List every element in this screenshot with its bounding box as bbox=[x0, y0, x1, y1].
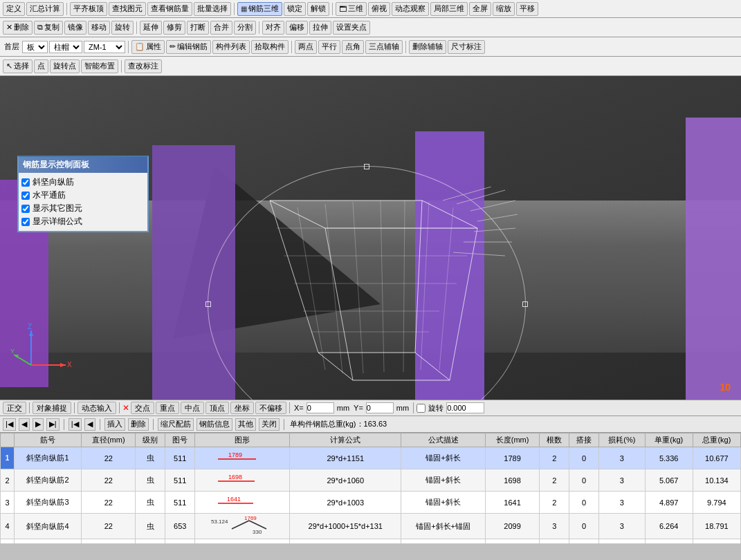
btn-move[interactable]: 移动 bbox=[88, 21, 110, 35]
btn-copy[interactable]: ⧉复制 bbox=[34, 21, 63, 35]
btn-del-row[interactable]: 删除 bbox=[128, 418, 149, 431]
table-row[interactable]: 2 斜坚向纵筋2 22 虫 511 1698 29*d+1060 锚固+斜长 1… bbox=[1, 469, 741, 492]
btn-others[interactable]: 其他 bbox=[235, 418, 256, 431]
btn-mirror[interactable]: 镜像 bbox=[64, 21, 86, 35]
checkbox-detail-formula[interactable]: 显示详细公式 bbox=[21, 215, 145, 228]
btn-define[interactable]: 定义 bbox=[3, 2, 25, 16]
nav-prev[interactable]: ◀ bbox=[19, 418, 30, 431]
rotate-checkbox[interactable] bbox=[417, 404, 426, 413]
rebar-fignum: 511 bbox=[165, 447, 195, 469]
checkbox-horiz[interactable]: 水平通筋 bbox=[21, 189, 145, 202]
table-row[interactable]: 1 斜坚向纵筋1 22 虫 511 1789 29*d+1151 锚固+斜长 1… bbox=[1, 447, 741, 469]
chk-detail-formula[interactable] bbox=[21, 218, 30, 226]
btn-three-point[interactable]: 三点辅轴 bbox=[365, 40, 403, 54]
btn-angle[interactable]: 点角 bbox=[342, 40, 364, 54]
btn-del-axis[interactable]: 删除辅轴 bbox=[409, 40, 446, 54]
handle-right[interactable] bbox=[522, 301, 528, 307]
rebar-fig-2: 1698 bbox=[195, 469, 290, 492]
nav-next[interactable]: ▶ bbox=[33, 418, 44, 431]
nav-first2[interactable]: |◀ bbox=[68, 418, 82, 431]
btn-check-dim[interactable]: 查改标注 bbox=[125, 59, 162, 73]
btn-find[interactable]: 查找图元 bbox=[109, 2, 146, 16]
handle-top[interactable] bbox=[364, 164, 369, 169]
btn-grip[interactable]: 设置夹点 bbox=[333, 21, 370, 35]
code-select[interactable]: ZM-1 bbox=[84, 41, 125, 53]
col-header-name: 筋号 bbox=[15, 433, 82, 447]
status-sep-3 bbox=[119, 402, 120, 413]
btn-no-offset[interactable]: 不偏移 bbox=[255, 402, 286, 414]
btn-member-list[interactable]: 构件列表 bbox=[212, 40, 250, 54]
btn-two-point[interactable]: 两点 bbox=[295, 40, 317, 54]
viewport-3d[interactable]: Z X Y 10 钢筋显示控制面板 斜坚向纵筋 水平通筋 显示其它图元 bbox=[0, 76, 741, 400]
btn-rotate-point[interactable]: 旋转点 bbox=[50, 59, 80, 73]
btn-offset[interactable]: 偏移 bbox=[286, 21, 308, 35]
btn-topview[interactable]: 俯视 bbox=[368, 2, 390, 16]
btn-osnap[interactable]: 对象捕捉 bbox=[33, 402, 71, 414]
rebar-name-4: 斜坚向纵筋4 bbox=[15, 514, 82, 539]
table-row[interactable]: 4 斜坚向纵筋4 22 虫 653 53.124 1769 330 29*d+1… bbox=[1, 514, 741, 539]
btn-smart-layout[interactable]: 智能布置 bbox=[81, 59, 118, 73]
btn-break[interactable]: 打断 bbox=[187, 21, 209, 35]
btn-delete[interactable]: ✕删除 bbox=[3, 21, 33, 35]
table-row[interactable]: 3 斜坚向纵筋3 22 虫 511 1641 29*d+1003 锚固+斜长 1… bbox=[1, 492, 741, 514]
col-select[interactable]: 柱帽 bbox=[49, 41, 82, 53]
chk-other-elem[interactable] bbox=[21, 205, 30, 213]
btn-align[interactable]: 对齐 bbox=[262, 21, 284, 35]
nav-last[interactable]: ▶| bbox=[46, 418, 60, 431]
btn-point[interactable]: 点 bbox=[34, 59, 48, 73]
btn-3d[interactable]: 🗔三维 bbox=[336, 2, 367, 16]
btn-extend[interactable]: 延伸 bbox=[140, 21, 162, 35]
btn-stretch[interactable]: 拉伸 bbox=[309, 21, 331, 35]
nav-prev2[interactable]: ◀ bbox=[84, 418, 95, 431]
btn-dimension[interactable]: 尺寸标注 bbox=[448, 40, 485, 54]
btn-unlock[interactable]: 解锁 bbox=[307, 2, 329, 16]
btn-insert[interactable]: 插入 bbox=[104, 418, 125, 431]
btn-edit-rebar[interactable]: ✏编辑钢筋 bbox=[166, 40, 211, 54]
btn-dynin[interactable]: 动态输入 bbox=[77, 402, 116, 414]
btn-calc[interactable]: 汇总计算 bbox=[26, 2, 64, 16]
btn-close[interactable]: 关闭 bbox=[259, 418, 280, 431]
svg-text:X: X bbox=[67, 361, 72, 368]
btn-select[interactable]: ↖选择 bbox=[3, 59, 33, 73]
rotate-input[interactable] bbox=[446, 402, 484, 413]
nav-first[interactable]: |◀ bbox=[3, 418, 16, 431]
btn-lock[interactable]: 锁定 bbox=[284, 2, 306, 16]
btn-rebar-info[interactable]: 钢筋信息 bbox=[196, 418, 232, 431]
btn-pick[interactable]: 拾取构件 bbox=[251, 40, 289, 54]
chk-diag-long[interactable] bbox=[21, 178, 30, 187]
y-input[interactable] bbox=[366, 402, 394, 413]
btn-coord[interactable]: 坐标 bbox=[230, 402, 254, 414]
btn-midpoint[interactable]: 中点 bbox=[181, 402, 204, 414]
btn-local3d[interactable]: 局部三维 bbox=[430, 2, 468, 16]
btn-zoom[interactable]: 缩放 bbox=[493, 2, 515, 16]
btn-ortho[interactable]: 正交 bbox=[3, 402, 26, 414]
btn-split[interactable]: 分割 bbox=[234, 21, 256, 35]
btn-property[interactable]: 📋属性 bbox=[131, 40, 165, 54]
btn-orbit[interactable]: 动态观察 bbox=[392, 2, 429, 16]
x-input[interactable] bbox=[307, 402, 334, 413]
btn-midpoint2[interactable]: 重点 bbox=[156, 402, 179, 414]
btn-intersect[interactable]: 交点 bbox=[131, 402, 154, 414]
handle-left[interactable] bbox=[205, 301, 211, 307]
rebar-count: 2 bbox=[540, 447, 569, 469]
btn-rotate[interactable]: 旋转 bbox=[111, 21, 134, 35]
btn-scale-rebar[interactable]: 缩尺配筋 bbox=[158, 418, 194, 431]
btn-view-rebar[interactable]: 查看钢筋量 bbox=[147, 2, 192, 16]
btn-parallel[interactable]: 平行 bbox=[318, 40, 340, 54]
btn-flat[interactable]: 平齐板顶 bbox=[70, 2, 107, 16]
checkbox-other-elem[interactable]: 显示其它图元 bbox=[21, 202, 145, 215]
btn-fullscreen[interactable]: 全屏 bbox=[469, 2, 491, 16]
type-select[interactable]: 板 bbox=[22, 41, 48, 53]
btn-pan[interactable]: 平移 bbox=[516, 2, 538, 16]
chk-horiz[interactable] bbox=[21, 192, 30, 200]
btn-batch[interactable]: 批量选择 bbox=[194, 2, 231, 16]
btn-trim[interactable]: 修剪 bbox=[163, 21, 185, 35]
checkbox-diag-long[interactable]: 斜坚向纵筋 bbox=[21, 176, 145, 189]
btn-rebar3d[interactable]: ▦ 钢筋三维 bbox=[237, 2, 282, 16]
rebar-diam: 22 bbox=[82, 447, 136, 469]
btn-merge[interactable]: 合并 bbox=[210, 21, 232, 35]
btn-vertex[interactable]: 顶点 bbox=[205, 402, 229, 414]
rebar-desc: 锚固+斜长 bbox=[401, 447, 486, 469]
table-row[interactable]: 5 斜坚向纵筋 22 虫 51.426 330 bbox=[1, 539, 741, 544]
svg-text:1641: 1641 bbox=[227, 496, 241, 503]
